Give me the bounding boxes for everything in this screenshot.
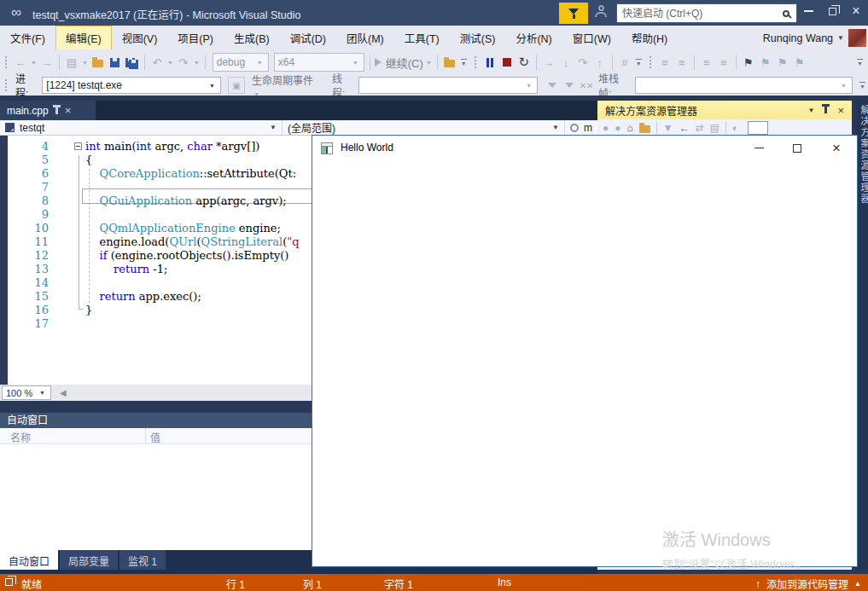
- code-line[interactable]: 9: [8, 208, 300, 222]
- column-divider[interactable]: [145, 428, 146, 444]
- code-line[interactable]: 14: [8, 276, 300, 290]
- pin-icon[interactable]: [55, 107, 58, 114]
- feedback-filter-button[interactable]: [559, 3, 588, 24]
- stop-debugging-icon[interactable]: [499, 53, 515, 72]
- decrease-indent-icon[interactable]: ≡: [657, 53, 673, 72]
- break-all-icon[interactable]: [482, 53, 498, 72]
- bookmark-icon[interactable]: ⚑: [741, 53, 756, 72]
- avatar[interactable]: [848, 29, 866, 47]
- clear-bookmarks-icon[interactable]: ⚑: [792, 53, 807, 72]
- home-icon[interactable]: ⌂: [627, 122, 633, 134]
- menu-project[interactable]: 项目(P): [167, 26, 224, 50]
- line-number[interactable]: 10: [8, 222, 49, 235]
- sync-with-active-document-icon[interactable]: ←: [679, 122, 690, 134]
- menu-debug[interactable]: 调试(D): [280, 26, 336, 50]
- hello-world-titlebar[interactable]: Hello World ×: [312, 136, 857, 160]
- toolbar-overflow-icon[interactable]: ▼: [859, 82, 865, 89]
- line-number[interactable]: 9: [8, 208, 49, 222]
- code-line[interactable]: 15 return app.exec();: [8, 290, 300, 304]
- code-line[interactable]: 6 QCoreApplication::setAttribute(Qt:: [8, 167, 300, 181]
- code-line[interactable]: 16}: [8, 304, 300, 317]
- line-number[interactable]: 6: [8, 167, 49, 181]
- breakpoint-window-icon[interactable]: [442, 53, 457, 72]
- restart-icon[interactable]: ↻: [516, 53, 532, 72]
- toolbar-overflow-icon[interactable]: ▼: [857, 59, 863, 66]
- pin-icon[interactable]: [824, 107, 827, 113]
- menu-help[interactable]: 帮助(H): [621, 26, 678, 50]
- maximize-button[interactable]: [784, 136, 811, 160]
- switch-views-icon[interactable]: [639, 125, 650, 133]
- collapse-all-icon[interactable]: ▤: [710, 122, 719, 134]
- code-line[interactable]: 12 if (engine.rootObjects().isEmpty(): [8, 249, 300, 263]
- toolbar-overflow-icon[interactable]: ▼: [636, 59, 642, 66]
- toolbar-drag-handle[interactable]: [474, 55, 477, 69]
- process-dropdown[interactable]: [1224] testqt.exe▼: [42, 77, 221, 94]
- close-button[interactable]: ×: [845, 0, 867, 22]
- close-icon[interactable]: ×: [837, 104, 844, 117]
- line-number[interactable]: 14: [8, 276, 49, 290]
- solution-config-dropdown[interactable]: debug▼: [213, 53, 269, 72]
- hello-world-window[interactable]: Hello World × 激活 Windows 转到“设置”以激活 Windo…: [312, 135, 858, 567]
- line-number[interactable]: 4: [8, 140, 49, 154]
- line-number[interactable]: 11: [8, 235, 49, 249]
- properties-icon[interactable]: ◐: [732, 122, 738, 134]
- minimize-button[interactable]: [745, 136, 772, 160]
- scope-dropdown[interactable]: (全局范围) ▼: [283, 120, 565, 135]
- suspend-threads-icon[interactable]: ✕✕: [579, 76, 594, 95]
- code-line[interactable]: 5{: [8, 154, 300, 167]
- user-account[interactable]: Runqing Wang ▼: [763, 29, 866, 47]
- menu-edit[interactable]: 编辑(E): [55, 26, 112, 50]
- continue-button[interactable]: 继续(C): [375, 53, 423, 72]
- menu-team[interactable]: 团队(M): [336, 26, 394, 50]
- navigate-back-icon[interactable]: ←: [13, 53, 28, 72]
- save-icon[interactable]: [108, 53, 123, 72]
- save-all-icon[interactable]: [125, 53, 140, 72]
- add-to-source-control-button[interactable]: ↑ 添加到源代码管理 ▲: [755, 577, 861, 591]
- step-out-icon[interactable]: ↑: [592, 53, 608, 72]
- chevron-down-icon[interactable]: ▼: [167, 60, 173, 66]
- line-number[interactable]: 7: [8, 181, 49, 194]
- close-button[interactable]: ×: [823, 136, 850, 160]
- menu-view[interactable]: 视图(V): [112, 26, 168, 50]
- open-file-icon[interactable]: [90, 53, 106, 72]
- quick-launch-search[interactable]: [616, 3, 797, 23]
- zoom-dropdown[interactable]: 100 %▼: [2, 385, 51, 400]
- step-into-process-icon[interactable]: ▣: [228, 77, 245, 94]
- fold-collapse-icon[interactable]: [74, 142, 82, 150]
- code-line[interactable]: 17: [8, 317, 300, 331]
- navigate-forward-icon[interactable]: →: [39, 53, 55, 72]
- tab-locals[interactable]: 局部变量: [60, 550, 118, 570]
- filter-flagged-icon[interactable]: [562, 76, 577, 95]
- solution-explorer-titlebar[interactable]: 解决方案资源管理器 ▼ ×: [597, 101, 852, 119]
- previous-bookmark-icon[interactable]: ⚑: [758, 53, 773, 72]
- close-icon[interactable]: ×: [65, 105, 72, 116]
- chevron-down-icon[interactable]: ▼: [194, 60, 200, 66]
- scroll-left-icon[interactable]: ◀: [60, 388, 67, 397]
- line-number[interactable]: 17: [8, 317, 49, 331]
- increase-indent-icon[interactable]: ≡: [674, 53, 690, 72]
- project-dropdown[interactable]: testqt ▼: [0, 120, 283, 135]
- toolbar-overflow-icon[interactable]: ▼: [461, 59, 467, 66]
- code-line[interactable]: 11 engine.load(QUrl(QStringLiteral("q: [8, 235, 300, 249]
- menu-build[interactable]: 生成(B): [224, 26, 280, 50]
- solution-explorer-side-tab[interactable]: 解决方案资源管理器: [857, 101, 868, 570]
- chevron-down-icon[interactable]: ▼: [82, 60, 88, 66]
- code-line[interactable]: 13 return -1;: [8, 263, 300, 276]
- undo-icon[interactable]: ↶: [149, 53, 165, 72]
- menu-window[interactable]: 窗口(W): [562, 26, 621, 50]
- solution-platform-dropdown[interactable]: x64▼: [274, 53, 364, 72]
- code-line[interactable]: 7: [8, 181, 300, 194]
- restore-button[interactable]: [821, 0, 843, 22]
- redo-icon[interactable]: ↷: [176, 53, 191, 72]
- code-line[interactable]: 8 QGuiApplication app(argc, argv);: [8, 194, 300, 208]
- member-dropdown[interactable]: m: [565, 120, 597, 135]
- search-input[interactable]: [617, 8, 783, 20]
- tab-watch-1[interactable]: 监视 1: [119, 550, 166, 570]
- chevron-down-icon[interactable]: ▼: [31, 60, 37, 66]
- column-value[interactable]: 值: [150, 430, 160, 444]
- step-into-icon[interactable]: ↓: [558, 53, 574, 72]
- code-area[interactable]: 4int main(int argc, char *argv[])5{6 QCo…: [8, 140, 300, 331]
- column-name[interactable]: 名称: [10, 430, 31, 444]
- back-icon[interactable]: ●: [603, 122, 609, 134]
- toolbar-drag-handle[interactable]: [4, 78, 8, 92]
